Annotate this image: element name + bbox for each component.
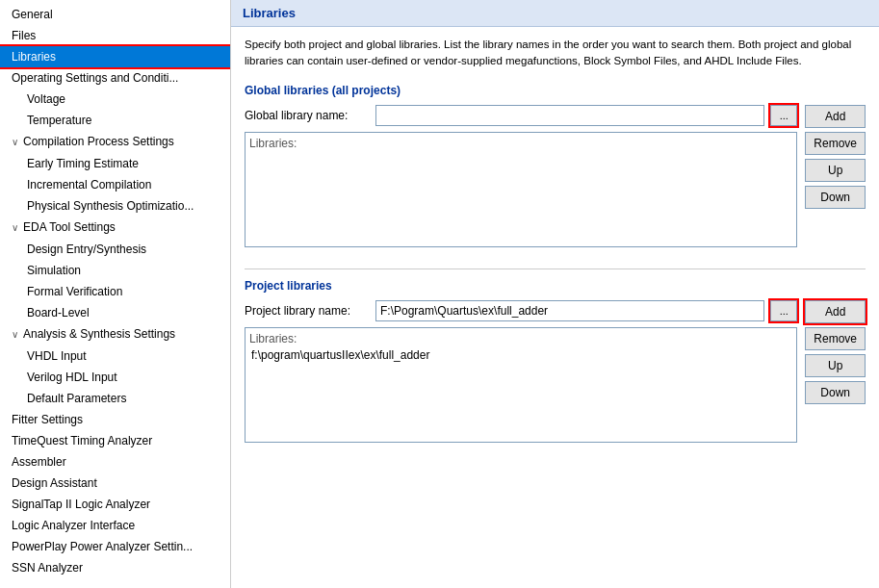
sidebar-label: Physical Synthesis Optimizatio... bbox=[27, 199, 194, 213]
project-section-layout: Project library name: ... Libraries: f:\… bbox=[245, 300, 866, 448]
sidebar-item-assembler[interactable]: Assembler bbox=[0, 451, 230, 473]
sidebar-item-early-timing[interactable]: Early Timing Estimate bbox=[0, 153, 230, 174]
project-add-button[interactable]: Add bbox=[805, 300, 866, 323]
sidebar-item-ssn-analyzer[interactable]: SSN Analyzer bbox=[0, 557, 230, 578]
collapse-icon: ∨ bbox=[12, 326, 23, 344]
sidebar-item-fitter-settings[interactable]: Fitter Settings bbox=[0, 409, 230, 430]
project-section-title: Project libraries bbox=[245, 279, 866, 293]
global-library-name-row: Global library name: ... bbox=[245, 105, 797, 126]
sidebar-label: Analysis & Synthesis Settings bbox=[23, 327, 175, 341]
sidebar-item-files[interactable]: Files bbox=[0, 25, 230, 46]
project-library-label: Project library name: bbox=[245, 304, 370, 318]
global-down-button[interactable]: Down bbox=[805, 186, 866, 209]
sidebar-label: Verilog HDL Input bbox=[27, 371, 117, 384]
sidebar-item-physical-synthesis[interactable]: Physical Synthesis Optimizatio... bbox=[0, 195, 230, 217]
global-up-button[interactable]: Up bbox=[805, 159, 866, 182]
project-remove-button[interactable]: Remove bbox=[805, 327, 866, 350]
sidebar-label: TimeQuest Timing Analyzer bbox=[12, 434, 152, 447]
project-down-button[interactable]: Down bbox=[805, 381, 866, 404]
sidebar-item-default-parameters[interactable]: Default Parameters bbox=[0, 388, 230, 409]
project-browse-button[interactable]: ... bbox=[770, 300, 797, 321]
sidebar-item-eda-tool-settings[interactable]: ∨ EDA Tool Settings bbox=[0, 217, 230, 239]
description: Specify both project and global librarie… bbox=[245, 37, 866, 70]
sidebar-label: General bbox=[12, 8, 53, 21]
sidebar-label: Formal Verification bbox=[27, 285, 122, 298]
sidebar-label: Compilation Process Settings bbox=[23, 135, 174, 148]
global-add-button[interactable]: Add bbox=[805, 105, 866, 128]
sidebar-item-compilation-process[interactable]: ∨ Compilation Process Settings bbox=[0, 131, 230, 153]
sidebar-label: Design Assistant bbox=[12, 476, 97, 490]
global-library-label: Global library name: bbox=[245, 109, 370, 122]
project-libraries-box: Libraries: f:\pogram\quartusIIex\ex\full… bbox=[245, 327, 797, 443]
sidebar-label: Design Entry/Synthesis bbox=[27, 243, 146, 256]
sidebar-item-libraries[interactable]: Libraries bbox=[0, 46, 230, 67]
global-libraries-section: Global libraries (all projects) Global l… bbox=[245, 84, 866, 253]
sidebar-item-design-entry[interactable]: Design Entry/Synthesis bbox=[0, 239, 230, 260]
sidebar-label: Voltage bbox=[27, 92, 65, 106]
project-left-panel: Project library name: ... Libraries: f:\… bbox=[245, 300, 797, 448]
global-remove-button[interactable]: Remove bbox=[805, 132, 866, 155]
sidebar-label: Fitter Settings bbox=[12, 413, 83, 426]
global-section-layout: Global library name: ... Libraries: Add … bbox=[245, 105, 866, 253]
sidebar-item-signaltap[interactable]: SignalTap II Logic Analyzer bbox=[0, 494, 230, 515]
sidebar-label: Simulation bbox=[27, 264, 81, 277]
project-libraries-label: Libraries: bbox=[249, 332, 792, 345]
sidebar-item-verilog-hdl[interactable]: Verilog HDL Input bbox=[0, 367, 230, 388]
global-libraries-box: Libraries: bbox=[245, 132, 797, 247]
project-up-button[interactable]: Up bbox=[805, 354, 866, 377]
sidebar-item-vhdl-input[interactable]: VHDL Input bbox=[0, 345, 230, 367]
sidebar: GeneralFilesLibrariesOperating Settings … bbox=[0, 0, 231, 588]
global-left-panel: Global library name: ... Libraries: bbox=[245, 105, 797, 253]
divider bbox=[245, 268, 866, 269]
library-entry: f:\pogram\quartusIIex\ex\full_adder bbox=[249, 347, 792, 363]
global-button-group: Add Remove Up Down bbox=[805, 105, 866, 253]
sidebar-label: Early Timing Estimate bbox=[27, 157, 139, 170]
sidebar-item-board-level[interactable]: Board-Level bbox=[0, 302, 230, 323]
sidebar-item-timequest[interactable]: TimeQuest Timing Analyzer bbox=[0, 430, 230, 451]
global-library-input[interactable] bbox=[375, 105, 764, 126]
sidebar-label: SignalTap II Logic Analyzer bbox=[12, 498, 150, 511]
project-libraries-section: Project libraries Project library name: … bbox=[245, 279, 866, 448]
global-section-title: Global libraries (all projects) bbox=[245, 84, 866, 97]
sidebar-item-analysis-synthesis[interactable]: ∨ Analysis & Synthesis Settings bbox=[0, 323, 230, 345]
sidebar-label: Operating Settings and Conditi... bbox=[12, 71, 178, 85]
sidebar-item-powerplay[interactable]: PowerPlay Power Analyzer Settin... bbox=[0, 536, 230, 557]
content-area: Libraries Specify both project and globa… bbox=[231, 0, 879, 588]
sidebar-item-general[interactable]: General bbox=[0, 4, 230, 25]
collapse-icon: ∨ bbox=[12, 219, 23, 237]
project-button-group: Add Remove Up Down bbox=[805, 300, 866, 448]
sidebar-item-voltage[interactable]: Voltage bbox=[0, 89, 230, 110]
global-browse-button[interactable]: ... bbox=[770, 105, 797, 126]
section-title: Libraries bbox=[243, 6, 296, 20]
sidebar-item-operating-settings[interactable]: Operating Settings and Conditi... bbox=[0, 67, 230, 89]
collapse-icon: ∨ bbox=[12, 134, 23, 151]
sidebar-label: PowerPlay Power Analyzer Settin... bbox=[12, 540, 193, 553]
sidebar-item-temperature[interactable]: Temperature bbox=[0, 110, 230, 131]
project-library-input[interactable] bbox=[375, 300, 764, 321]
global-libraries-label: Libraries: bbox=[249, 137, 792, 150]
sidebar-item-simulation[interactable]: Simulation bbox=[0, 260, 230, 281]
sidebar-label: Logic Analyzer Interface bbox=[12, 519, 135, 532]
sidebar-label: Assembler bbox=[12, 455, 66, 469]
sidebar-item-formal-verification[interactable]: Formal Verification bbox=[0, 281, 230, 302]
sidebar-label: EDA Tool Settings bbox=[23, 220, 116, 234]
project-library-name-row: Project library name: ... bbox=[245, 300, 797, 321]
content-body: Specify both project and global librarie… bbox=[231, 27, 879, 473]
sidebar-label: Libraries bbox=[12, 50, 56, 64]
sidebar-item-incremental-compilation[interactable]: Incremental Compilation bbox=[0, 174, 230, 195]
section-header: Libraries bbox=[231, 0, 879, 27]
sidebar-item-logic-analyzer-interface[interactable]: Logic Analyzer Interface bbox=[0, 515, 230, 536]
sidebar-label: Temperature bbox=[27, 114, 91, 127]
sidebar-label: Board-Level bbox=[27, 306, 90, 320]
sidebar-label: Incremental Compilation bbox=[27, 178, 151, 192]
sidebar-label: VHDL Input bbox=[27, 349, 87, 363]
sidebar-label: SSN Analyzer bbox=[12, 561, 83, 575]
sidebar-label: Default Parameters bbox=[27, 392, 126, 405]
sidebar-label: Files bbox=[12, 29, 36, 42]
sidebar-item-design-assistant[interactable]: Design Assistant bbox=[0, 473, 230, 494]
